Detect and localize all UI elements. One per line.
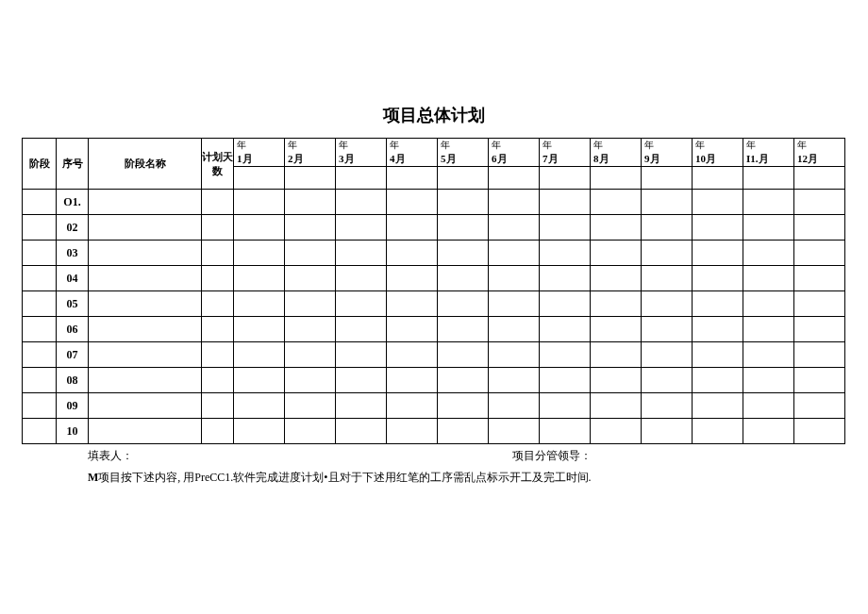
month-cell <box>438 190 489 215</box>
name-cell <box>89 291 202 317</box>
days-cell <box>202 317 234 342</box>
header-name: 阶段名称 <box>89 139 202 190</box>
month-cell <box>489 291 540 317</box>
month-cell <box>489 419 540 444</box>
header-row: 阶段 序号 阶段名称 计划天数 年1月 年2月 年3月 年4月 年5月 年6月 … <box>23 139 845 167</box>
month-cell <box>438 317 489 342</box>
leader-label: 项目分管领导： <box>512 448 844 464</box>
month-cell <box>234 266 285 291</box>
table-row: 04 <box>23 266 845 291</box>
month-cell <box>642 190 693 215</box>
header-month-4: 年4月 <box>387 139 438 167</box>
name-cell <box>89 215 202 241</box>
table-row: 09 <box>23 393 845 419</box>
note-prefix: M <box>88 471 98 484</box>
month-cell <box>642 368 693 393</box>
footer-row: 填表人： 项目分管领导： <box>22 448 844 464</box>
month-cell <box>794 368 845 393</box>
month-cell <box>336 342 387 368</box>
month-cell <box>438 368 489 393</box>
seq-cell: 06 <box>57 317 89 342</box>
month-cell <box>438 266 489 291</box>
month-cell <box>794 266 845 291</box>
days-cell <box>202 342 234 368</box>
month-cell <box>285 393 336 419</box>
days-cell <box>202 215 234 241</box>
subcell <box>234 167 285 190</box>
stage-cell <box>23 393 57 419</box>
month-cell <box>591 368 642 393</box>
month-cell <box>794 342 845 368</box>
month-cell <box>336 241 387 266</box>
month-cell <box>489 241 540 266</box>
month-cell <box>285 419 336 444</box>
header-month-6: 年6月 <box>489 139 540 167</box>
month-cell <box>693 291 743 317</box>
month-cell <box>693 368 743 393</box>
month-cell <box>540 342 591 368</box>
month-cell <box>743 393 794 419</box>
name-cell <box>89 368 202 393</box>
month-cell <box>540 266 591 291</box>
month-cell <box>591 291 642 317</box>
month-cell <box>591 190 642 215</box>
month-cell <box>234 241 285 266</box>
month-cell <box>234 291 285 317</box>
month-cell <box>336 419 387 444</box>
header-month-5: 年5月 <box>438 139 489 167</box>
table-row: 02 <box>23 215 845 241</box>
month-cell <box>642 342 693 368</box>
month-cell <box>743 190 794 215</box>
month-cell <box>591 317 642 342</box>
stage-cell <box>23 342 57 368</box>
month-cell <box>489 342 540 368</box>
month-cell <box>794 317 845 342</box>
month-cell <box>642 266 693 291</box>
month-cell <box>234 190 285 215</box>
header-month-10: 年10月 <box>693 139 743 167</box>
subcell <box>794 167 845 190</box>
table-row: 03 <box>23 241 845 266</box>
seq-cell: 03 <box>57 241 89 266</box>
month-cell <box>743 317 794 342</box>
header-seq: 序号 <box>57 139 89 190</box>
month-cell <box>336 266 387 291</box>
month-cell <box>234 419 285 444</box>
month-cell <box>285 190 336 215</box>
month-cell <box>591 266 642 291</box>
month-cell <box>489 393 540 419</box>
subcell <box>591 167 642 190</box>
header-days: 计划天数 <box>202 139 234 190</box>
name-cell <box>89 317 202 342</box>
month-cell <box>285 342 336 368</box>
subcell <box>693 167 743 190</box>
table-row: 05 <box>23 291 845 317</box>
month-cell <box>234 317 285 342</box>
month-cell <box>743 215 794 241</box>
month-cell <box>336 215 387 241</box>
table-row: 06 <box>23 317 845 342</box>
month-cell <box>591 419 642 444</box>
stage-cell <box>23 368 57 393</box>
subcell <box>642 167 693 190</box>
month-cell <box>591 342 642 368</box>
days-cell <box>202 190 234 215</box>
month-cell <box>642 393 693 419</box>
month-cell <box>540 368 591 393</box>
month-cell <box>642 215 693 241</box>
table-row: O1. <box>23 190 845 215</box>
seq-cell: 02 <box>57 215 89 241</box>
month-cell <box>336 190 387 215</box>
month-cell <box>693 419 743 444</box>
month-cell <box>794 419 845 444</box>
month-cell <box>794 190 845 215</box>
days-cell <box>202 393 234 419</box>
month-cell <box>693 241 743 266</box>
days-cell <box>202 241 234 266</box>
subcell <box>540 167 591 190</box>
month-cell <box>540 419 591 444</box>
month-cell <box>387 393 438 419</box>
month-cell <box>285 266 336 291</box>
month-cell <box>489 266 540 291</box>
month-cell <box>642 419 693 444</box>
